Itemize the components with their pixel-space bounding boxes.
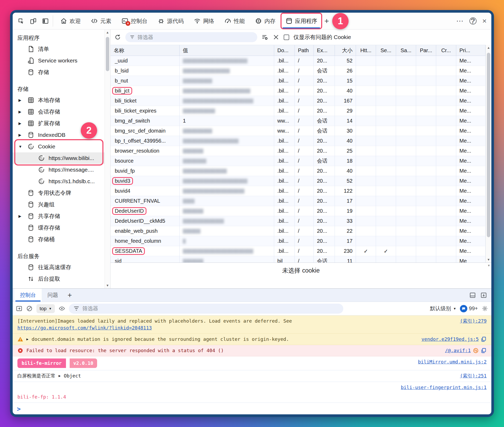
- cookie-row[interactable]: buvid4 █████████████████████ .bil... / 2…: [111, 186, 486, 196]
- panel-tab[interactable]: 网络: [189, 13, 219, 29]
- cookie-row[interactable]: DedeUserID ███████ .bil... / 20... 19: [111, 206, 486, 216]
- column-header[interactable]: Par...: [416, 45, 436, 56]
- cookie-filter[interactable]: [125, 32, 257, 42]
- cookie-row[interactable]: bsource ████████ .bil... / 会话 18: [111, 156, 486, 166]
- column-header[interactable]: 名称: [111, 45, 180, 56]
- column-header[interactable]: Sa...: [396, 45, 416, 56]
- source-link[interactable]: /@.avif:1: [445, 347, 471, 354]
- panel-tab[interactable]: 元素: [86, 13, 116, 29]
- console-sidebar-icon[interactable]: [16, 305, 22, 312]
- message-link[interactable]: https://go.microsoft.com/fwlink/?linkid=…: [17, 325, 152, 331]
- dock-drawer-icon[interactable]: [469, 292, 476, 299]
- cookie-row[interactable]: sid ███████ bil / 会话 11: [111, 256, 486, 263]
- sidebar-item[interactable]: ▼ Cookie: [13, 141, 104, 152]
- sidebar-item[interactable]: 专用状态令牌: [13, 187, 104, 199]
- live-expression-eye-icon[interactable]: [59, 305, 65, 312]
- console-prompt[interactable]: >: [13, 403, 491, 414]
- sidebar-item[interactable]: ▶ 共享存储: [13, 210, 104, 222]
- sidebar-item[interactable]: 存储桶: [13, 234, 104, 245]
- source-link[interactable]: (索引):251: [460, 372, 487, 379]
- cookie-row[interactable]: bmg_af_switch 1 ww... / 会话 14: [111, 116, 486, 126]
- source-link[interactable]: (索引):279: [460, 318, 487, 324]
- cookie-row[interactable]: home_feed_column █ .bil... / 20... 17: [111, 236, 486, 246]
- column-header[interactable]: 值: [180, 45, 274, 56]
- layout-panel-icon[interactable]: [40, 16, 51, 26]
- sidebar-item[interactable]: 兴趣组: [13, 199, 104, 210]
- cookie-row[interactable]: buvid3 ██████████████████████ .bil... / …: [111, 176, 486, 186]
- context-selector[interactable]: top ▼: [36, 304, 55, 313]
- source-link[interactable]: bili-user-fingerprint.min.js:1: [401, 384, 487, 391]
- object-label[interactable]: Object: [64, 372, 81, 379]
- cookie-row[interactable]: CURRENT_FNVAL ████ .bil... / 20... 17: [111, 196, 486, 206]
- cookie-row[interactable]: b_nut ██████████ .bil... / 20... 15: [111, 76, 486, 86]
- tab-console[interactable]: 控制台: [14, 289, 42, 302]
- column-header[interactable]: Ex...: [314, 45, 335, 56]
- cookie-row[interactable]: SESSDATA ████████████████████████ .bil..…: [111, 246, 486, 256]
- sidebar-item[interactable]: https://s1.hdslb.c...: [13, 176, 104, 187]
- cookie-row[interactable]: bp_t_offset_439956... ██████████████████…: [111, 136, 486, 146]
- column-header[interactable]: Pri...: [456, 45, 486, 56]
- scrollbar-thumb[interactable]: [487, 53, 490, 237]
- expand-arrow-icon[interactable]: ▶: [26, 337, 28, 342]
- cookie-row[interactable]: DedeUserID__ckMd5 ██████████████ .bil...…: [111, 216, 486, 226]
- console-filter-input[interactable]: [82, 305, 339, 312]
- column-header[interactable]: Cr...: [436, 45, 456, 56]
- cookie-row[interactable]: b_lsid ████████████████ .bil... / 会话 26: [111, 66, 486, 76]
- tree-arrow-icon[interactable]: ▶: [18, 98, 27, 102]
- console-filter[interactable]: [69, 304, 343, 314]
- sidebar-item[interactable]: 后台提取: [13, 273, 104, 285]
- clear-icon[interactable]: [273, 34, 279, 41]
- sidebar-item[interactable]: 存储: [13, 66, 104, 78]
- refresh-icon[interactable]: [114, 34, 121, 41]
- panel-tab[interactable]: 欢迎: [55, 13, 86, 29]
- cookie-row[interactable]: _uuid ██████████████████████ .bil... / 2…: [111, 56, 486, 66]
- panel-tab[interactable]: 内存: [250, 13, 280, 29]
- panel-tab[interactable]: 应用程序: [280, 13, 322, 29]
- cookie-row[interactable]: bili_ticket ████████████████████████ .bi…: [111, 96, 486, 106]
- scroll-up-icon[interactable]: ▲: [486, 46, 491, 50]
- cookie-row[interactable]: bili_ticket_expires ███████████ .bil... …: [111, 106, 486, 116]
- tree-arrow-icon[interactable]: ▶: [18, 110, 27, 114]
- sidebar-item[interactable]: ▶ 本地存储: [13, 94, 104, 106]
- console-settings-gear-icon[interactable]: [482, 305, 488, 312]
- sidebar-item[interactable]: Service workers: [13, 55, 104, 66]
- help-icon[interactable]: ?: [469, 17, 477, 25]
- initiator-icon[interactable]: [473, 348, 479, 353]
- column-header[interactable]: Do...: [274, 45, 295, 56]
- cookie-row[interactable]: buvid_fp ███████████████ .bil... / 20...…: [111, 166, 486, 176]
- tree-arrow-icon[interactable]: ▶: [18, 121, 27, 125]
- cookie-row[interactable]: bmg_src_def_domain ██████████ ww... / 会话…: [111, 126, 486, 136]
- expand-drawer-icon[interactable]: [480, 292, 487, 299]
- scroll-down-icon[interactable]: ▼: [105, 284, 110, 287]
- issues-counter[interactable]: 99+: [460, 305, 478, 312]
- table-scrollbar[interactable]: ▲ ▼: [486, 45, 491, 263]
- stack-trace-icon[interactable]: [481, 348, 487, 353]
- clear-filter-icon[interactable]: [261, 34, 268, 41]
- tree-arrow-icon[interactable]: ▶: [18, 214, 27, 218]
- expand-arrow-icon[interactable]: ▶: [59, 373, 61, 379]
- cookie-row[interactable]: bili_jct ███████████████████████ .bil...…: [111, 86, 486, 96]
- tree-arrow-icon[interactable]: ▼: [18, 144, 27, 149]
- cookie-row[interactable]: browser_resolution ███████ .bil... / 20.…: [111, 146, 486, 156]
- source-link[interactable]: biliMirror.umd.mini.js:2: [418, 358, 487, 365]
- scrollbar-thumb[interactable]: [106, 37, 109, 71]
- scroll-up-icon[interactable]: ▲: [105, 31, 110, 34]
- column-header[interactable]: Htt...: [356, 45, 376, 56]
- sidebar-item[interactable]: https://message....: [13, 164, 104, 176]
- scroll-down-icon[interactable]: ▼: [486, 258, 491, 261]
- cookie-filter-input[interactable]: [137, 34, 253, 40]
- sidebar-item[interactable]: https://www.bilibi...: [13, 152, 104, 164]
- column-header[interactable]: 大小: [335, 45, 356, 56]
- tab-issues[interactable]: 问题: [42, 289, 64, 302]
- more-options-icon[interactable]: ⋯: [456, 17, 464, 25]
- sidebar-item[interactable]: ▶ 会话存储: [13, 106, 104, 118]
- only-problem-cookies-checkbox[interactable]: [284, 35, 289, 40]
- inspect-icon[interactable]: [16, 16, 26, 26]
- column-header[interactable]: Se...: [376, 45, 396, 56]
- panel-tab[interactable]: 性能: [219, 13, 250, 29]
- column-header[interactable]: Path: [295, 45, 314, 56]
- panel-tab[interactable]: 源代码: [153, 13, 189, 29]
- cookie-row[interactable]: enable_web_push ██████ .bil... / 20... 2…: [111, 226, 486, 236]
- close-icon[interactable]: ×: [482, 17, 487, 25]
- sidebar-item[interactable]: 清单: [13, 43, 104, 55]
